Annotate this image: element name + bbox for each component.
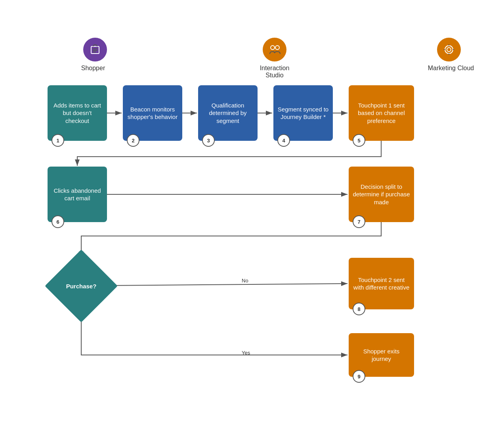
svg-line-6: [107, 284, 347, 286]
purchase-label: Purchase?: [55, 260, 107, 312]
step-9-circle: 9: [353, 370, 365, 383]
step-1-circle: 1: [52, 134, 64, 147]
shopper-label: Shopper: [73, 65, 113, 72]
step-8-circle: 8: [353, 303, 365, 315]
step-5-circle: 5: [353, 134, 365, 147]
step-8-box: Touchpoint 2 sent with different creativ…: [349, 258, 414, 309]
marketing-cloud-label: Marketing Cloud: [427, 65, 475, 72]
svg-point-11: [271, 46, 275, 50]
step-7-box: Decision split to determine if purchase …: [349, 167, 414, 222]
step-6-circle: 6: [52, 215, 64, 228]
interaction-studio-label: Interaction Studio: [251, 65, 298, 79]
step-4-circle: 4: [277, 134, 290, 147]
step-4-box: Segment synced to Journey Builder *: [273, 85, 333, 141]
step-1-box: Adds items to cart but doesn't checkout: [48, 85, 107, 141]
flowchart-diagram: Shopper Interaction Studio Marketing Clo…: [0, 0, 504, 422]
step-2-circle: 2: [127, 134, 139, 147]
step-7-circle: 7: [353, 215, 365, 228]
yes-label: Yes: [242, 350, 250, 356]
svg-point-14: [447, 48, 451, 52]
step-3-circle: 3: [202, 134, 215, 147]
interaction-studio-icon-circle: [263, 38, 286, 61]
step-3-box: Qualification determined by segment: [198, 85, 258, 141]
no-label: No: [242, 278, 248, 284]
step-2-box: Beacon monitors shopper's behavior: [123, 85, 182, 141]
shopper-icon-circle: [83, 38, 107, 61]
step-6-box: Clicks abandoned cart email: [48, 167, 107, 222]
svg-point-12: [275, 46, 279, 50]
step-5-box: Touchpoint 1 sent based on channel prefe…: [349, 85, 414, 141]
marketing-cloud-icon-circle: [437, 38, 461, 61]
svg-point-13: [445, 46, 453, 54]
